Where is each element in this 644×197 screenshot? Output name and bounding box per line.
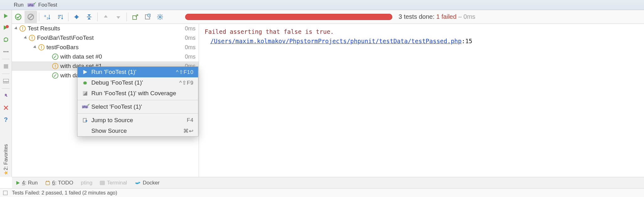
ctx-debug-label: Debug 'FooTest (1)' <box>91 79 143 86</box>
jump-icon <box>82 118 88 123</box>
svg-point-6 <box>7 51 8 52</box>
tree-root-label: Test Results <box>28 25 60 32</box>
tree-group-label: testFooBars <box>46 44 78 51</box>
favorites-toolwin-tab[interactable]: 2: Favorites ★ <box>0 137 12 178</box>
test-progress-bar <box>185 14 392 20</box>
settings-gear-button[interactable] <box>154 11 166 23</box>
svg-marker-25 <box>61 18 63 19</box>
error-message: Failed asserting that false is true. <box>205 27 638 36</box>
ctx-coverage[interactable]: Run 'FooTest (1)' with Coverage <box>78 88 198 99</box>
ctx-run-shortcut: ^⇧F10 <box>176 69 194 75</box>
svg-line-48 <box>158 18 159 19</box>
ctx-run-label: Run 'FooTest (1)' <box>91 69 136 75</box>
toolwin-todo[interactable]: 6: TODO <box>45 180 73 186</box>
tree-row-0-time: 0ms <box>185 54 196 60</box>
svg-marker-33 <box>116 16 120 19</box>
toolwin-docker[interactable]: Docker <box>135 180 160 186</box>
rerun-button[interactable] <box>0 10 12 22</box>
ctx-run[interactable]: Run 'FooTest (1)' ^⇧F10 <box>78 67 198 77</box>
toolwin-terminal[interactable]: Terminal <box>100 180 127 186</box>
debug-toggle-button[interactable] <box>0 22 12 34</box>
file-link[interactable]: /Users/maxim.kolmakov/PhpstormProjects/p… <box>205 38 462 44</box>
status-text: Tests Failed: 2 passed, 1 failed (2 minu… <box>12 190 117 196</box>
test-toolbar: az <box>12 10 644 24</box>
svg-point-14 <box>15 14 21 20</box>
ctx-jump-label: Jump to Source <box>91 117 133 124</box>
ctx-show-label: Show Source <box>91 127 127 134</box>
dots-icon[interactable] <box>0 46 12 58</box>
svg-line-49 <box>162 15 163 16</box>
coverage-icon <box>82 91 88 96</box>
ctx-debug[interactable]: Debug 'FooTest (1)' ^⇧F9 <box>78 77 198 88</box>
close-button[interactable] <box>0 102 12 114</box>
ctx-debug-shortcut: ^⇧F9 <box>179 80 194 86</box>
test-output[interactable]: Failed asserting that false is true. /Us… <box>199 24 644 177</box>
context-menu: Run 'FooTest (1)' ^⇧F10 Debug 'FooTest (… <box>77 66 198 137</box>
chevron-down-icon[interactable] <box>14 27 19 31</box>
svg-marker-26 <box>75 15 78 17</box>
chevron-down-icon[interactable] <box>33 45 37 49</box>
history-button[interactable] <box>141 11 154 23</box>
tree-root[interactable]: ! Test Results 0ms <box>12 24 199 33</box>
svg-marker-60 <box>16 181 20 185</box>
star-icon: ★ <box>3 170 9 175</box>
svg-text:z: z <box>47 17 48 20</box>
ctx-select-label: Select 'FooTest (1)' <box>91 103 142 110</box>
terminal-icon <box>100 181 105 185</box>
file-lineno: :15 <box>462 38 472 44</box>
tree-row-0-label: with data set #0 <box>60 53 102 60</box>
prev-failed-button[interactable] <box>99 11 112 23</box>
summary-time: – 0ms <box>457 13 475 20</box>
svg-marker-0 <box>4 14 8 18</box>
toggle-auto-test-button[interactable] <box>0 34 12 46</box>
ctx-jump[interactable]: Jump to Source F4 <box>78 115 198 126</box>
next-failed-button[interactable] <box>112 11 125 23</box>
collapse-all-button[interactable] <box>83 11 95 23</box>
php-file-icon: php <box>27 3 35 7</box>
tree-suite-label: Foo\Bar\Test\FooTest <box>37 34 94 41</box>
sort-alpha-button[interactable]: az <box>41 11 54 23</box>
layout-button[interactable] <box>0 75 12 87</box>
svg-point-4 <box>3 51 5 52</box>
svg-marker-50 <box>83 70 87 74</box>
svg-point-2 <box>6 25 9 28</box>
warn-icon: ! <box>52 63 58 69</box>
show-ignored-toggle[interactable] <box>24 11 37 23</box>
tree-group-time: 0ms <box>185 44 196 51</box>
todo-icon <box>45 180 50 185</box>
svg-marker-32 <box>104 15 108 18</box>
status-indicator-icon[interactable] <box>3 191 8 195</box>
tree-root-time: 0ms <box>185 25 196 32</box>
expand-all-button[interactable] <box>70 11 83 23</box>
svg-point-63 <box>48 181 49 182</box>
status-bar: Tests Failed: 2 passed, 1 failed (2 minu… <box>0 188 644 197</box>
toolwin-hidden: pting <box>81 180 93 186</box>
ctx-select[interactable]: php✔ Select 'FooTest (1)' <box>78 101 198 112</box>
ok-icon: ✓ <box>52 54 58 60</box>
chevron-down-icon[interactable] <box>24 36 28 40</box>
svg-marker-31 <box>88 18 91 19</box>
svg-point-62 <box>46 181 47 182</box>
tree-group[interactable]: ! testFooBars 0ms <box>12 43 199 52</box>
summary-prefix: 3 tests done: <box>399 13 436 20</box>
bug-icon <box>82 80 88 85</box>
svg-text:a: a <box>44 14 46 18</box>
toolwin-run[interactable]: 4: Run <box>16 180 38 186</box>
svg-rect-64 <box>100 181 105 185</box>
help-button[interactable]: ? <box>0 114 12 126</box>
pin-button[interactable] <box>0 90 12 102</box>
show-passed-toggle[interactable] <box>12 11 24 23</box>
ok-icon: ✓ <box>52 72 58 79</box>
svg-rect-8 <box>3 79 9 83</box>
stop-button[interactable] <box>0 60 12 72</box>
export-results-button[interactable] <box>129 11 141 23</box>
svg-rect-7 <box>4 64 8 69</box>
ctx-show[interactable]: Show Source ⌘↩ <box>78 126 198 136</box>
sort-duration-button[interactable] <box>54 11 66 23</box>
tree-row-0[interactable]: ✓ with data set #0 0ms <box>12 52 199 61</box>
run-label: Run <box>14 2 24 8</box>
php-file-icon: php✔ <box>82 105 88 108</box>
run-config-header: Run php FooTest <box>0 0 644 10</box>
tree-suite[interactable]: ! Foo\Bar\Test\FooTest 0ms <box>12 33 199 43</box>
svg-line-16 <box>29 15 33 19</box>
